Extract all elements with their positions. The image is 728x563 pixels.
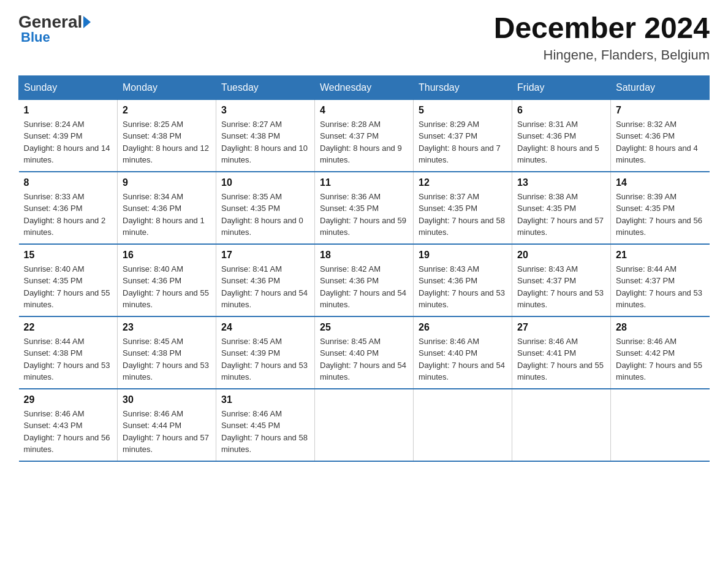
day-number: 20 (517, 250, 605, 261)
day-info: Sunrise: 8:46 AMSunset: 4:43 PMDaylight:… (24, 408, 113, 456)
page-header: General Blue December 2024 Hingene, Flan… (18, 12, 710, 63)
calendar-cell: 9Sunrise: 8:34 AMSunset: 4:36 PMDaylight… (118, 172, 216, 244)
calendar-cell: 29Sunrise: 8:46 AMSunset: 4:43 PMDayligh… (19, 389, 118, 461)
day-number: 2 (123, 105, 211, 116)
weekday-header-monday: Monday (118, 75, 216, 99)
weekday-header-tuesday: Tuesday (216, 75, 315, 99)
weekday-header-friday: Friday (512, 75, 611, 99)
calendar-cell: 19Sunrise: 8:43 AMSunset: 4:36 PMDayligh… (414, 244, 512, 316)
day-number: 30 (123, 394, 211, 405)
day-number: 9 (123, 177, 211, 188)
calendar-cell: 24Sunrise: 8:45 AMSunset: 4:39 PMDayligh… (216, 316, 315, 389)
day-number: 24 (221, 322, 309, 333)
day-number: 16 (123, 250, 211, 261)
day-info: Sunrise: 8:25 AMSunset: 4:38 PMDaylight:… (123, 118, 211, 166)
calendar-cell (315, 389, 414, 461)
calendar-cell: 22Sunrise: 8:44 AMSunset: 4:38 PMDayligh… (19, 316, 118, 389)
calendar-cell: 16Sunrise: 8:40 AMSunset: 4:36 PMDayligh… (118, 244, 216, 316)
logo-arrow-icon (83, 16, 91, 28)
calendar-cell: 31Sunrise: 8:46 AMSunset: 4:45 PMDayligh… (216, 389, 315, 461)
day-info: Sunrise: 8:46 AMSunset: 4:44 PMDaylight:… (123, 408, 211, 456)
day-number: 21 (616, 250, 705, 261)
day-info: Sunrise: 8:46 AMSunset: 4:45 PMDaylight:… (221, 408, 309, 456)
calendar-cell: 28Sunrise: 8:46 AMSunset: 4:42 PMDayligh… (611, 316, 710, 389)
day-number: 3 (221, 105, 309, 116)
calendar-cell: 3Sunrise: 8:27 AMSunset: 4:38 PMDaylight… (216, 99, 315, 172)
weekday-header-thursday: Thursday (414, 75, 512, 99)
calendar-cell: 6Sunrise: 8:31 AMSunset: 4:36 PMDaylight… (512, 99, 611, 172)
day-info: Sunrise: 8:46 AMSunset: 4:41 PMDaylight:… (517, 335, 605, 383)
day-info: Sunrise: 8:31 AMSunset: 4:36 PMDaylight:… (517, 118, 605, 166)
day-number: 25 (320, 322, 408, 333)
calendar-cell: 17Sunrise: 8:41 AMSunset: 4:36 PMDayligh… (216, 244, 315, 316)
day-info: Sunrise: 8:45 AMSunset: 4:38 PMDaylight:… (123, 335, 211, 383)
day-info: Sunrise: 8:43 AMSunset: 4:37 PMDaylight:… (517, 263, 605, 311)
calendar-cell: 14Sunrise: 8:39 AMSunset: 4:35 PMDayligh… (611, 172, 710, 244)
calendar-cell: 1Sunrise: 8:24 AMSunset: 4:39 PMDaylight… (19, 99, 118, 172)
weekday-header-wednesday: Wednesday (315, 75, 414, 99)
day-number: 7 (616, 105, 705, 116)
day-number: 5 (419, 105, 507, 116)
day-number: 23 (123, 322, 211, 333)
calendar-cell: 25Sunrise: 8:45 AMSunset: 4:40 PMDayligh… (315, 316, 414, 389)
calendar-cell: 8Sunrise: 8:33 AMSunset: 4:36 PMDaylight… (19, 172, 118, 244)
calendar-cell (512, 389, 611, 461)
calendar-cell: 20Sunrise: 8:43 AMSunset: 4:37 PMDayligh… (512, 244, 611, 316)
day-number: 26 (419, 322, 507, 333)
day-number: 4 (320, 105, 408, 116)
calendar-cell: 18Sunrise: 8:42 AMSunset: 4:36 PMDayligh… (315, 244, 414, 316)
day-info: Sunrise: 8:40 AMSunset: 4:36 PMDaylight:… (123, 263, 211, 311)
day-info: Sunrise: 8:41 AMSunset: 4:36 PMDaylight:… (221, 263, 309, 311)
day-number: 8 (24, 177, 113, 188)
day-info: Sunrise: 8:37 AMSunset: 4:35 PMDaylight:… (419, 191, 507, 239)
week-row-3: 15Sunrise: 8:40 AMSunset: 4:35 PMDayligh… (19, 244, 710, 316)
day-info: Sunrise: 8:40 AMSunset: 4:35 PMDaylight:… (24, 263, 113, 311)
day-info: Sunrise: 8:45 AMSunset: 4:40 PMDaylight:… (320, 335, 408, 383)
weekday-header-sunday: Sunday (19, 75, 118, 99)
calendar-cell: 5Sunrise: 8:29 AMSunset: 4:37 PMDaylight… (414, 99, 512, 172)
day-number: 28 (616, 322, 705, 333)
day-number: 12 (419, 177, 507, 188)
day-info: Sunrise: 8:44 AMSunset: 4:38 PMDaylight:… (24, 335, 113, 383)
day-number: 29 (24, 394, 113, 405)
calendar-cell: 2Sunrise: 8:25 AMSunset: 4:38 PMDaylight… (118, 99, 216, 172)
day-info: Sunrise: 8:29 AMSunset: 4:37 PMDaylight:… (419, 118, 507, 166)
calendar-cell: 15Sunrise: 8:40 AMSunset: 4:35 PMDayligh… (19, 244, 118, 316)
week-row-2: 8Sunrise: 8:33 AMSunset: 4:36 PMDaylight… (19, 172, 710, 244)
logo-blue-text: Blue (21, 29, 50, 45)
week-row-1: 1Sunrise: 8:24 AMSunset: 4:39 PMDaylight… (19, 99, 710, 172)
day-number: 27 (517, 322, 605, 333)
calendar-cell: 11Sunrise: 8:36 AMSunset: 4:35 PMDayligh… (315, 172, 414, 244)
day-info: Sunrise: 8:44 AMSunset: 4:37 PMDaylight:… (616, 263, 705, 311)
title-area: December 2024 Hingene, Flanders, Belgium (494, 12, 710, 63)
day-info: Sunrise: 8:35 AMSunset: 4:35 PMDaylight:… (221, 191, 309, 239)
day-info: Sunrise: 8:36 AMSunset: 4:35 PMDaylight:… (320, 191, 408, 239)
calendar-cell: 12Sunrise: 8:37 AMSunset: 4:35 PMDayligh… (414, 172, 512, 244)
weekday-header-row: SundayMondayTuesdayWednesdayThursdayFrid… (19, 75, 710, 99)
day-number: 19 (419, 250, 507, 261)
calendar-cell (611, 389, 710, 461)
calendar-cell: 30Sunrise: 8:46 AMSunset: 4:44 PMDayligh… (118, 389, 216, 461)
day-number: 10 (221, 177, 309, 188)
day-info: Sunrise: 8:39 AMSunset: 4:35 PMDaylight:… (616, 191, 705, 239)
calendar-cell: 4Sunrise: 8:28 AMSunset: 4:37 PMDaylight… (315, 99, 414, 172)
calendar-cell: 21Sunrise: 8:44 AMSunset: 4:37 PMDayligh… (611, 244, 710, 316)
calendar-cell: 23Sunrise: 8:45 AMSunset: 4:38 PMDayligh… (118, 316, 216, 389)
day-info: Sunrise: 8:42 AMSunset: 4:36 PMDaylight:… (320, 263, 408, 311)
day-info: Sunrise: 8:38 AMSunset: 4:35 PMDaylight:… (517, 191, 605, 239)
day-number: 15 (24, 250, 113, 261)
day-info: Sunrise: 8:27 AMSunset: 4:38 PMDaylight:… (221, 118, 309, 166)
day-number: 14 (616, 177, 705, 188)
calendar-cell: 10Sunrise: 8:35 AMSunset: 4:35 PMDayligh… (216, 172, 315, 244)
calendar-cell: 13Sunrise: 8:38 AMSunset: 4:35 PMDayligh… (512, 172, 611, 244)
weekday-header-saturday: Saturday (611, 75, 710, 99)
calendar-title: December 2024 (494, 12, 710, 45)
day-number: 1 (24, 105, 113, 116)
day-number: 18 (320, 250, 408, 261)
calendar-table: SundayMondayTuesdayWednesdayThursdayFrid… (18, 75, 710, 462)
calendar-cell (414, 389, 512, 461)
day-info: Sunrise: 8:32 AMSunset: 4:36 PMDaylight:… (616, 118, 705, 166)
day-info: Sunrise: 8:28 AMSunset: 4:37 PMDaylight:… (320, 118, 408, 166)
day-number: 13 (517, 177, 605, 188)
day-number: 22 (24, 322, 113, 333)
